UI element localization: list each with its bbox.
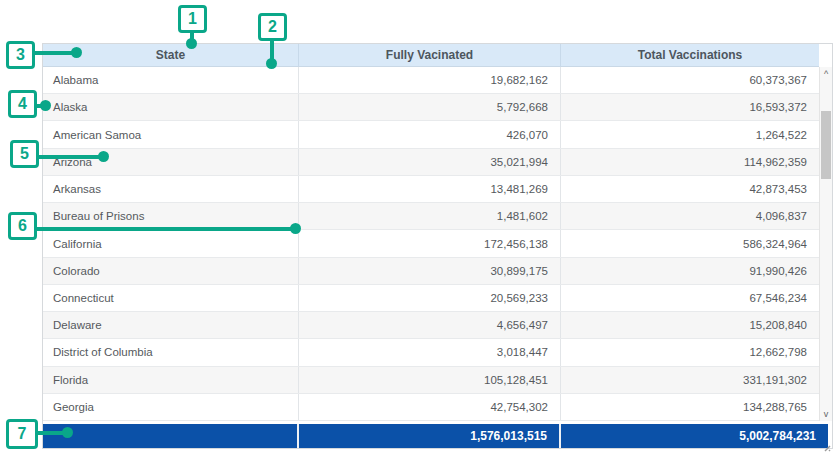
state-cell: American Samoa	[43, 121, 299, 147]
table-body: Alabama 19,682,162 60,373,367 Alaska 5,7…	[43, 67, 819, 421]
state-cell: Bureau of Prisons	[43, 203, 299, 229]
callout-4-dot	[40, 100, 51, 111]
total-vaccinations-cell: 91,990,426	[561, 258, 819, 284]
summary-total-vaccinations-cell: 5,002,784,231	[561, 424, 828, 448]
dashboard-page: State Fully Vacinated Total Vaccinations…	[0, 0, 833, 453]
summary-fully-vaccinated-cell: 1,576,013,515	[299, 424, 561, 448]
state-cell: California	[43, 230, 299, 256]
state-cell: Connecticut	[43, 285, 299, 311]
total-vaccinations-cell: 60,373,367	[561, 67, 819, 93]
table-row: Colorado 30,899,175 91,990,426	[43, 258, 819, 285]
callout-6-label: 6	[18, 217, 27, 235]
callout-6-connector	[35, 227, 296, 231]
callout-7: 7	[6, 419, 38, 449]
callout-5-label: 5	[20, 145, 29, 163]
callout-1-dot	[186, 38, 197, 49]
callout-5-dot	[98, 151, 109, 162]
callout-2: 2	[258, 13, 287, 41]
resize-grip-icon[interactable]	[822, 438, 831, 447]
total-vaccinations-cell: 4,096,837	[561, 203, 819, 229]
state-cell: Florida	[43, 367, 299, 393]
scroll-down-icon[interactable]: v	[820, 407, 832, 421]
state-cell: Arkansas	[43, 176, 299, 202]
fully-vaccinated-cell: 5,792,668	[299, 94, 561, 120]
state-cell: Alaska	[43, 94, 299, 120]
column-header-fully-vaccinated: Fully Vacinated	[299, 44, 561, 66]
total-vaccinations-cell: 1,264,522	[561, 121, 819, 147]
table-row: Georgia 42,754,302 134,288,765	[43, 394, 819, 421]
scroll-up-icon[interactable]: ^	[820, 67, 832, 81]
callout-4: 4	[8, 90, 37, 118]
table-row: Florida 105,128,451 331,191,302	[43, 367, 819, 394]
fully-vaccinated-cell: 3,018,447	[299, 339, 561, 365]
state-cell: Georgia	[43, 394, 299, 420]
table-header-row: State Fully Vacinated Total Vaccinations	[43, 44, 819, 67]
fully-vaccinated-cell: 1,481,602	[299, 203, 561, 229]
total-vaccinations-cell: 15,208,840	[561, 312, 819, 338]
vertical-scrollbar[interactable]: ^ v	[819, 67, 832, 421]
state-cell: Alabama	[43, 67, 299, 93]
summary-state-cell	[43, 424, 299, 448]
fully-vaccinated-cell: 13,481,269	[299, 176, 561, 202]
callout-6-dot	[290, 223, 301, 234]
fully-vaccinated-cell: 4,656,497	[299, 312, 561, 338]
total-vaccinations-cell: 67,546,234	[561, 285, 819, 311]
state-cell: Colorado	[43, 258, 299, 284]
total-vaccinations-cell: 12,662,798	[561, 339, 819, 365]
vaccinations-table: State Fully Vacinated Total Vaccinations…	[42, 43, 833, 449]
total-vaccinations-cell: 42,873,453	[561, 176, 819, 202]
total-vaccinations-cell: 586,324,964	[561, 230, 819, 256]
total-vaccinations-cell: 134,288,765	[561, 394, 819, 420]
callout-3-dot	[71, 47, 82, 58]
scrollbar-thumb[interactable]	[821, 111, 831, 179]
fully-vaccinated-cell: 172,456,138	[299, 230, 561, 256]
callout-1: 1	[178, 5, 207, 33]
column-header-total-vaccinations: Total Vaccinations	[561, 44, 819, 66]
callout-3-label: 3	[16, 46, 25, 64]
callout-4-label: 4	[18, 95, 27, 113]
callout-5: 5	[10, 140, 39, 168]
table-row: Arizona 35,021,994 114,962,359	[43, 149, 819, 176]
table-row: California 172,456,138 586,324,964	[43, 230, 819, 257]
fully-vaccinated-cell: 20,569,233	[299, 285, 561, 311]
state-cell: District of Columbia	[43, 339, 299, 365]
table-row: Alaska 5,792,668 16,593,372	[43, 94, 819, 121]
callout-1-label: 1	[188, 10, 197, 28]
callout-7-dot	[62, 427, 73, 438]
table-row: Connecticut 20,569,233 67,546,234	[43, 285, 819, 312]
fully-vaccinated-cell: 42,754,302	[299, 394, 561, 420]
callout-5-connector	[38, 155, 104, 159]
fully-vaccinated-cell: 426,070	[299, 121, 561, 147]
table-row: Delaware 4,656,497 15,208,840	[43, 312, 819, 339]
total-vaccinations-cell: 114,962,359	[561, 149, 819, 175]
fully-vaccinated-cell: 30,899,175	[299, 258, 561, 284]
total-vaccinations-cell: 16,593,372	[561, 94, 819, 120]
fully-vaccinated-cell: 19,682,162	[299, 67, 561, 93]
summary-row: 1,576,013,515 5,002,784,231	[43, 424, 828, 448]
table-row: Alabama 19,682,162 60,373,367	[43, 67, 819, 94]
fully-vaccinated-cell: 105,128,451	[299, 367, 561, 393]
callout-2-dot	[266, 58, 277, 69]
table-row: American Samoa 426,070 1,264,522	[43, 121, 819, 148]
table-row: District of Columbia 3,018,447 12,662,79…	[43, 339, 819, 366]
state-cell: Arizona	[43, 149, 299, 175]
callout-7-label: 7	[18, 425, 27, 443]
callout-3: 3	[6, 41, 35, 69]
fully-vaccinated-cell: 35,021,994	[299, 149, 561, 175]
total-vaccinations-cell: 331,191,302	[561, 367, 819, 393]
callout-6: 6	[8, 212, 37, 240]
table-row: Arkansas 13,481,269 42,873,453	[43, 176, 819, 203]
callout-2-label: 2	[268, 18, 277, 36]
state-cell: Delaware	[43, 312, 299, 338]
